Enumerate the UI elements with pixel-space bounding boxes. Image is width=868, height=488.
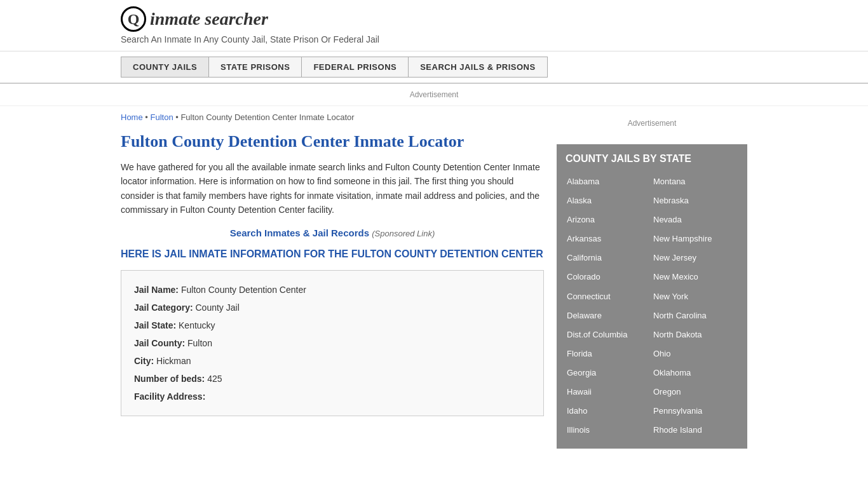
nav-search-jails[interactable]: SEARCH JAILS & PRISONS	[409, 57, 547, 78]
state-link[interactable]: California	[566, 248, 652, 268]
jail-county-label: Jail County:	[134, 338, 185, 348]
logo-text: inmate searcher	[150, 9, 268, 29]
state-link[interactable]: Alaska	[566, 191, 652, 210]
sponsored-text: (Sponsored Link)	[372, 229, 435, 238]
state-link[interactable]: Delaware	[566, 306, 652, 325]
state-link[interactable]: Nebraska	[652, 191, 738, 210]
state-box: COUNTY JAILS BY STATE AlabamaAlaskaArizo…	[557, 144, 747, 449]
jail-state-row: Jail State: Kentucky	[134, 316, 531, 334]
nav-state-prisons[interactable]: STATE PRISONS	[209, 57, 302, 78]
state-link[interactable]: New Hampshire	[652, 229, 738, 248]
nav-bar: COUNTY JAILS STATE PRISONS FEDERAL PRISO…	[0, 51, 868, 84]
breadcrumb-current: Fulton County Detention Center Inmate Lo…	[180, 112, 354, 122]
jail-city-label: City:	[134, 356, 154, 366]
jail-address-row: Facility Address:	[134, 388, 531, 405]
state-link[interactable]: Colorado	[566, 268, 652, 287]
state-link[interactable]: New York	[652, 287, 738, 306]
state-box-title: COUNTY JAILS BY STATE	[566, 153, 738, 165]
tagline: Search An Inmate In Any County Jail, Sta…	[121, 34, 747, 44]
state-link[interactable]: Arkansas	[566, 229, 652, 248]
state-link[interactable]: Hawaii	[566, 383, 652, 402]
main-content: Home • Fulton • Fulton County Detention …	[121, 112, 544, 449]
jail-city-row: City: Hickman	[134, 352, 531, 370]
sidebar-ad: Advertisement	[557, 112, 747, 134]
sponsored-link-text: Search Inmates & Jail Records	[230, 227, 369, 238]
states-right-col: MontanaNebraskaNevadaNew HampshireNew Je…	[652, 172, 738, 440]
body-text: We have gathered for you all the availab…	[121, 160, 544, 217]
state-link[interactable]: Nevada	[652, 210, 738, 229]
header: Q inmate searcher Search An Inmate In An…	[0, 0, 868, 51]
jail-beds-label: Number of beds:	[134, 374, 205, 384]
state-link[interactable]: Illinois	[566, 421, 652, 440]
state-link[interactable]: Connecticut	[566, 287, 652, 306]
top-ad-banner: Advertisement	[0, 84, 868, 106]
states-left-col: AlabamaAlaskaArizonaArkansasCaliforniaCo…	[566, 172, 652, 440]
state-link[interactable]: Oregon	[652, 383, 738, 402]
jail-name-row: Jail Name: Fulton County Detention Cente…	[134, 281, 531, 299]
nav-federal-prisons[interactable]: FEDERAL PRISONS	[302, 57, 409, 78]
state-link[interactable]: Oklahoma	[652, 363, 738, 383]
state-columns: AlabamaAlaskaArizonaArkansasCaliforniaCo…	[566, 172, 738, 440]
state-link[interactable]: Idaho	[566, 402, 652, 421]
jail-state-value-text: Kentucky	[179, 320, 215, 330]
main-layout: Home • Fulton • Fulton County Detention …	[0, 112, 868, 449]
jail-category-row: Jail Category: County Jail	[134, 299, 531, 316]
state-link[interactable]: Georgia	[566, 363, 652, 383]
state-link[interactable]: New Jersey	[652, 248, 738, 268]
state-link[interactable]: Florida	[566, 344, 652, 363]
jail-state-label: Jail State:	[134, 320, 176, 330]
state-link[interactable]: Ohio	[652, 344, 738, 363]
breadcrumb-fulton[interactable]: Fulton	[150, 112, 173, 122]
jail-category-value-text: County Jail	[195, 302, 239, 313]
jail-city-value-text: Hickman	[156, 356, 191, 366]
state-link[interactable]: Dist.of Columbia	[566, 325, 652, 344]
jail-beds-value-text: 425	[207, 374, 222, 384]
sidebar: Advertisement COUNTY JAILS BY STATE Alab…	[557, 112, 747, 449]
state-link[interactable]: North Carolina	[652, 306, 738, 325]
ad-label: Advertisement	[410, 90, 459, 99]
logo-icon: Q	[121, 6, 146, 32]
sponsored-link[interactable]: Search Inmates & Jail Records	[230, 227, 372, 238]
jail-beds-row: Number of beds: 425	[134, 370, 531, 388]
jail-info-heading: HERE IS JAIL INMATE INFORMATION FOR THE …	[121, 247, 544, 261]
page-title: Fulton County Detention Center Inmate Lo…	[121, 132, 544, 151]
state-link[interactable]: North Dakota	[652, 325, 738, 344]
sponsored-link-area: Search Inmates & Jail Records (Sponsored…	[121, 227, 544, 238]
sidebar-ad-label: Advertisement	[628, 119, 677, 128]
jail-county-value-text: Fulton	[187, 338, 212, 348]
state-link[interactable]: Pennsylvania	[652, 402, 738, 421]
breadcrumb: Home • Fulton • Fulton County Detention …	[121, 112, 544, 122]
logo-q-letter: Q	[128, 11, 140, 28]
logo-title-text: inmate searcher	[150, 9, 268, 29]
jail-county-row: Jail County: Fulton	[134, 334, 531, 352]
jail-name-label: Jail Name:	[134, 285, 179, 295]
state-link[interactable]: Montana	[652, 172, 738, 191]
state-link[interactable]: Arizona	[566, 210, 652, 229]
jail-address-label: Facility Address:	[134, 391, 205, 402]
state-link[interactable]: New Mexico	[652, 268, 738, 287]
logo-area: Q inmate searcher	[121, 6, 747, 32]
breadcrumb-home[interactable]: Home	[121, 112, 143, 122]
jail-name-value-text: Fulton County Detention Center	[181, 285, 306, 295]
logo-title: inmate searcher	[150, 9, 268, 29]
jail-category-label: Jail Category:	[134, 302, 193, 313]
state-link[interactable]: Alabama	[566, 172, 652, 191]
nav-county-jails[interactable]: COUNTY JAILS	[121, 57, 209, 78]
state-link[interactable]: Rhode Island	[652, 421, 738, 440]
jail-detail-box: Jail Name: Fulton County Detention Cente…	[121, 270, 544, 416]
